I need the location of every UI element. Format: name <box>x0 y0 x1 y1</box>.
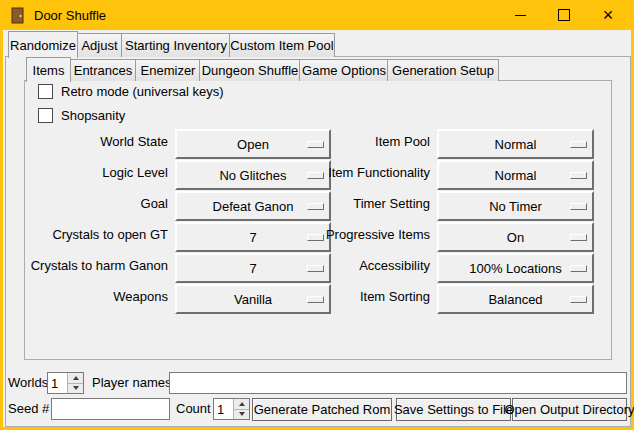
checkbox-label: Shopsanity <box>61 108 125 123</box>
worlds-spinbox <box>47 372 84 394</box>
weapons-dropdown[interactable]: Vanilla <box>175 284 331 314</box>
item-functionality-label: Item Functionality <box>315 160 430 186</box>
tab-label: Dungeon Shuffle <box>202 63 299 78</box>
arrow-up-icon <box>239 402 245 406</box>
count-input[interactable] <box>214 399 233 419</box>
titlebar[interactable]: Door Shuffle × <box>0 0 634 30</box>
dropdown-value: Open <box>237 137 269 152</box>
close-button[interactable]: × <box>586 0 630 30</box>
tab-dungeon-shuffle[interactable]: Dungeon Shuffle <box>199 59 301 81</box>
checkbox-icon <box>38 84 53 99</box>
menu-indicator-icon <box>570 265 587 272</box>
weapons-label: Weapons <box>20 284 168 310</box>
tab-label: Game Options <box>302 63 386 78</box>
tab-label: Entrances <box>74 63 133 78</box>
seed-label: Seed # <box>8 398 49 420</box>
goal-dropdown[interactable]: Defeat Ganon <box>175 191 331 221</box>
accessibility-label: Accessibility <box>315 253 430 279</box>
world-state-dropdown[interactable]: Open <box>175 129 331 159</box>
menu-indicator-icon <box>570 234 587 241</box>
door-icon <box>9 7 26 24</box>
progressive-items-dropdown[interactable]: On <box>437 222 594 252</box>
save-settings-button[interactable]: Save Settings to File <box>396 398 511 421</box>
maximize-icon <box>558 9 570 21</box>
dropdown-value: No Glitches <box>219 168 286 183</box>
arrow-down-icon <box>239 412 245 416</box>
goal-label: Goal <box>20 191 168 217</box>
logic-level-dropdown[interactable]: No Glitches <box>175 160 331 190</box>
crystals-harm-ganon-dropdown[interactable]: 7 <box>175 253 331 283</box>
open-output-directory-button[interactable]: Open Output Directory <box>512 398 627 421</box>
timer-setting-label: Timer Setting <box>315 191 430 217</box>
menu-indicator-icon <box>570 203 587 210</box>
minimize-button[interactable] <box>498 0 542 30</box>
worlds-input[interactable] <box>48 373 67 393</box>
world-state-label: World State <box>20 129 168 155</box>
tab-label: Starting Inventory <box>125 38 227 53</box>
item-pool-dropdown[interactable]: Normal <box>437 129 594 159</box>
crystals-open-gt-dropdown[interactable]: 7 <box>175 222 331 252</box>
spin-up-button[interactable] <box>234 399 249 409</box>
logic-level-label: Logic Level <box>20 160 168 186</box>
item-sorting-dropdown[interactable]: Balanced <box>437 284 594 314</box>
count-label: Count <box>176 398 211 420</box>
item-sorting-label: Item Sorting <box>315 284 430 310</box>
dropdown-value: 7 <box>249 261 256 276</box>
tab-items[interactable]: Items <box>26 57 71 82</box>
dropdown-value: Normal <box>495 168 537 183</box>
count-spinbox <box>213 398 250 420</box>
arrow-down-icon <box>73 386 79 390</box>
menu-indicator-icon <box>570 296 587 303</box>
dropdown-value: 7 <box>249 230 256 245</box>
checkbox-icon <box>38 108 53 123</box>
dropdown-value: No Timer <box>489 199 542 214</box>
tab-adjust[interactable]: Adjust <box>76 33 123 57</box>
tab-label: Enemizer <box>141 63 196 78</box>
tab-label: Custom Item Pool <box>230 38 333 53</box>
progressive-items-label: Progressive Items <box>315 222 430 248</box>
tab-entrances[interactable]: Entrances <box>69 59 137 81</box>
item-pool-label: Item Pool <box>315 129 430 155</box>
close-icon: × <box>603 6 614 24</box>
dropdown-value: Defeat Ganon <box>213 199 294 214</box>
tab-label: Generation Setup <box>392 63 494 78</box>
dropdown-value: Balanced <box>488 292 542 307</box>
tab-label: Randomize <box>10 38 76 53</box>
menu-indicator-icon <box>570 141 587 148</box>
spin-arrows <box>67 373 83 393</box>
arrow-up-icon <box>73 376 79 380</box>
tab-custom-item-pool[interactable]: Custom Item Pool <box>229 33 335 57</box>
app-window: Door Shuffle × Randomize Adjust Starting… <box>0 0 634 430</box>
window-controls: × <box>498 0 630 30</box>
accessibility-dropdown[interactable]: 100% Locations <box>437 253 594 283</box>
spin-up-button[interactable] <box>68 373 83 383</box>
dropdown-value: Vanilla <box>234 292 272 307</box>
crystals-open-gt-label: Crystals to open GT <box>20 222 168 248</box>
spin-arrows <box>233 399 249 419</box>
item-functionality-dropdown[interactable]: Normal <box>437 160 594 190</box>
seed-input[interactable] <box>51 398 170 420</box>
timer-setting-dropdown[interactable]: No Timer <box>437 191 594 221</box>
tab-enemizer[interactable]: Enemizer <box>135 59 201 81</box>
player-names-input[interactable] <box>169 372 627 394</box>
checkbox-label: Retro mode (universal keys) <box>61 84 224 99</box>
maximize-button[interactable] <box>542 0 586 30</box>
minimize-icon <box>515 15 526 16</box>
spin-down-button[interactable] <box>68 383 83 394</box>
crystals-harm-ganon-label: Crystals to harm Ganon <box>20 253 168 279</box>
generate-patched-rom-button[interactable]: Generate Patched Rom <box>252 398 392 421</box>
spin-down-button[interactable] <box>234 409 249 420</box>
tab-randomize[interactable]: Randomize <box>8 31 78 58</box>
player-names-label: Player names <box>92 372 171 394</box>
tab-game-options[interactable]: Game Options <box>299 59 389 81</box>
dropdown-value: Normal <box>495 137 537 152</box>
shopsanity-checkbox[interactable]: Shopsanity <box>38 108 125 123</box>
tab-label: Adjust <box>81 38 117 53</box>
dropdown-value: On <box>507 230 524 245</box>
tab-generation-setup[interactable]: Generation Setup <box>387 59 499 81</box>
window-title: Door Shuffle <box>34 8 106 23</box>
menu-indicator-icon <box>570 172 587 179</box>
retro-mode-checkbox[interactable]: Retro mode (universal keys) <box>38 84 224 99</box>
tab-starting-inventory[interactable]: Starting Inventory <box>121 33 231 57</box>
dropdown-value: 100% Locations <box>469 261 562 276</box>
